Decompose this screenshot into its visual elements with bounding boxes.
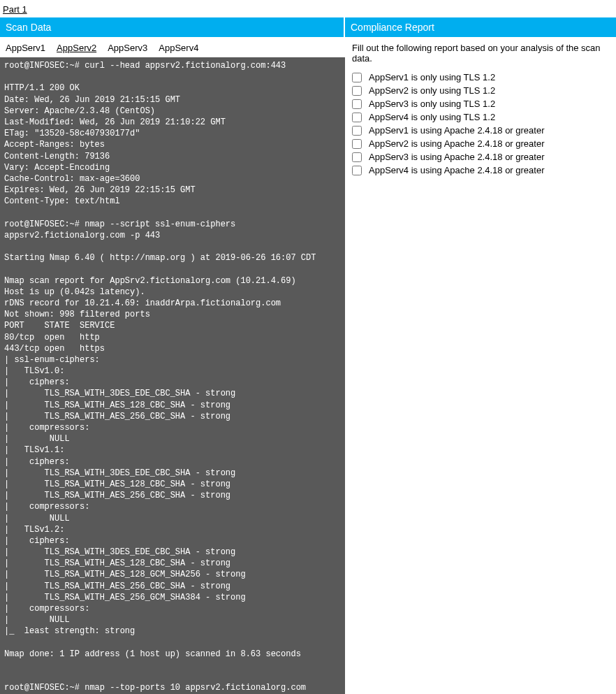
compliance-label: AppServ3 is only using TLS 1.2 xyxy=(369,99,495,109)
check-item: AppServ4 is only using TLS 1.2 xyxy=(352,110,612,124)
compliance-checkbox-3[interactable] xyxy=(352,113,362,122)
tab-bar: AppServ1AppServ2AppServ3AppServ4 xyxy=(0,37,345,57)
content-row: AppServ1AppServ2AppServ3AppServ4 root@IN… xyxy=(0,37,616,694)
compliance-checkbox-4[interactable] xyxy=(352,126,362,136)
check-item: AppServ2 is using Apache 2.4.18 or great… xyxy=(352,137,612,150)
compliance-checkbox-2[interactable] xyxy=(352,99,362,109)
compliance-label: AppServ4 is only using TLS 1.2 xyxy=(369,112,495,122)
compliance-checklist: AppServ1 is only using TLS 1.2AppServ2 i… xyxy=(351,71,616,177)
check-item: AppServ1 is only using TLS 1.2 xyxy=(352,71,612,84)
compliance-checkbox-1[interactable] xyxy=(352,86,362,96)
tab-appserv4[interactable]: AppServ4 xyxy=(159,43,198,53)
compliance-checkbox-0[interactable] xyxy=(352,73,362,82)
tab-appserv1[interactable]: AppServ1 xyxy=(6,43,45,53)
compliance-label: AppServ2 is only using TLS 1.2 xyxy=(369,85,495,96)
check-item: AppServ3 is only using TLS 1.2 xyxy=(352,97,612,110)
compliance-description: Fill out the following report based on y… xyxy=(351,37,616,71)
part-link[interactable]: Part 1 xyxy=(0,0,30,17)
compliance-label: AppServ2 is using Apache 2.4.18 or great… xyxy=(369,138,545,149)
compliance-label: AppServ1 is only using TLS 1.2 xyxy=(369,72,495,82)
terminal-output: root@INFOSEC:~# curl --head appsrv2.fict… xyxy=(0,57,345,694)
compliance-label: AppServ1 is using Apache 2.4.18 or great… xyxy=(369,125,545,136)
check-item: AppServ2 is only using TLS 1.2 xyxy=(352,84,612,97)
compliance-checkbox-5[interactable] xyxy=(352,139,362,149)
tab-appserv2[interactable]: AppServ2 xyxy=(57,43,96,53)
compliance-report-header: Compliance Report xyxy=(345,17,616,37)
compliance-label: AppServ3 is using Apache 2.4.18 or great… xyxy=(369,152,545,162)
scan-data-header: Scan Data xyxy=(0,17,344,37)
header-row: Scan Data Compliance Report xyxy=(0,17,616,37)
compliance-label: AppServ4 is using Apache 2.4.18 or great… xyxy=(369,165,545,175)
tab-appserv3[interactable]: AppServ3 xyxy=(108,43,147,53)
compliance-checkbox-7[interactable] xyxy=(352,166,362,175)
compliance-checkbox-6[interactable] xyxy=(352,152,362,162)
check-item: AppServ4 is using Apache 2.4.18 or great… xyxy=(352,164,612,177)
check-item: AppServ3 is using Apache 2.4.18 or great… xyxy=(352,150,612,164)
check-item: AppServ1 is using Apache 2.4.18 or great… xyxy=(352,124,612,137)
